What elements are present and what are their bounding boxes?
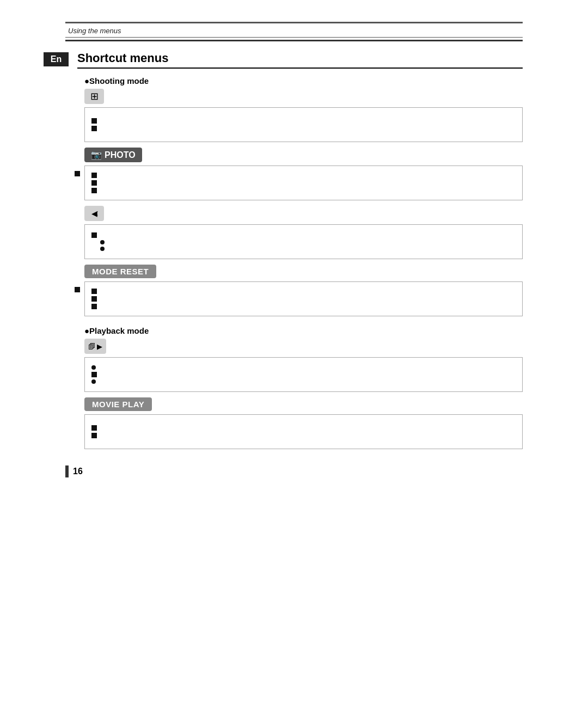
box4-line1 <box>91 289 516 294</box>
square-bullet <box>91 433 97 438</box>
play-triangle-icon: ▶ <box>97 342 102 351</box>
shooting-box-4-wrapper <box>84 281 523 316</box>
arrow-icon-badge: ◀⁚ <box>84 206 104 221</box>
playback-mode-heading: ●Playback mode <box>84 326 523 335</box>
round-bullet <box>100 240 105 244</box>
photo-label: PHOTO <box>105 150 136 160</box>
shooting-box-2-wrapper <box>84 166 523 200</box>
grid-icon: ⊞ <box>90 90 99 102</box>
left-tab <box>75 287 80 292</box>
playback-icon-badge: 🗐 ▶ <box>84 339 106 354</box>
section-header: En Shortcut menus <box>44 51 523 69</box>
box1-line1 <box>91 118 516 124</box>
pbox1-line1 <box>91 365 516 370</box>
box1-line2 <box>91 126 516 131</box>
header-label: Using the menus <box>65 27 523 35</box>
round-bullet <box>100 247 105 251</box>
stacked-page-icon: 🗐 <box>88 342 95 351</box>
shooting-box-2 <box>84 166 523 200</box>
page: Using the menus En Shortcut menus ●Shoot… <box>0 22 588 717</box>
page-bar-icon <box>65 465 69 477</box>
square-bullet <box>91 173 97 178</box>
dots-icon: ⁚ <box>96 210 97 217</box>
square-bullet <box>91 118 97 124</box>
main-content: ●Shooting mode ⊞ 📷 PHOTO <box>84 76 523 449</box>
playback-box-2 <box>84 414 523 449</box>
pbox1-line3 <box>91 379 516 384</box>
square-bullet <box>91 188 97 193</box>
en-badge: En <box>44 52 69 66</box>
shooting-box-4 <box>84 281 523 316</box>
round-bullet <box>91 365 96 370</box>
playback-box-1 <box>84 357 523 392</box>
grid-icon-badge: ⊞ <box>84 89 104 104</box>
box4-line3 <box>91 304 516 309</box>
pbox2-line2 <box>91 433 516 438</box>
square-bullet <box>91 126 97 131</box>
square-bullet <box>91 372 97 377</box>
page-number-area: 16 <box>65 465 588 477</box>
box3-line1 <box>91 232 516 238</box>
top-header-bar: Using the menus <box>65 22 523 38</box>
movie-play-badge: MOVIE PLAY <box>84 397 152 411</box>
pbox1-line2 <box>91 372 516 377</box>
box4-line2 <box>91 296 516 302</box>
box2-line2 <box>91 180 516 186</box>
mode-reset-badge: MODE RESET <box>84 265 156 278</box>
square-bullet <box>91 180 97 186</box>
square-bullet <box>91 425 97 431</box>
top-bar-bottom-line <box>65 40 523 41</box>
square-bullet <box>91 296 97 302</box>
box2-line3 <box>91 188 516 193</box>
square-bullet <box>91 289 97 294</box>
photo-badge: 📷 PHOTO <box>84 148 142 162</box>
round-bullet <box>91 379 96 384</box>
square-bullet <box>91 304 97 309</box>
pbox2-line1 <box>91 425 516 431</box>
left-tab <box>75 171 80 176</box>
box2-line1 <box>91 173 516 178</box>
arrow-left-icon: ◀ <box>91 209 96 218</box>
shooting-box-1 <box>84 107 523 142</box>
camera-icon: 📷 <box>91 150 102 160</box>
shooting-mode-heading: ●Shooting mode <box>84 76 523 85</box>
box3-line3 <box>91 247 516 251</box>
box3-line2 <box>91 240 516 244</box>
shooting-box-3 <box>84 224 523 259</box>
section-title: Shortcut menus <box>77 51 523 69</box>
page-number: 16 <box>73 467 83 476</box>
square-bullet <box>91 232 97 238</box>
